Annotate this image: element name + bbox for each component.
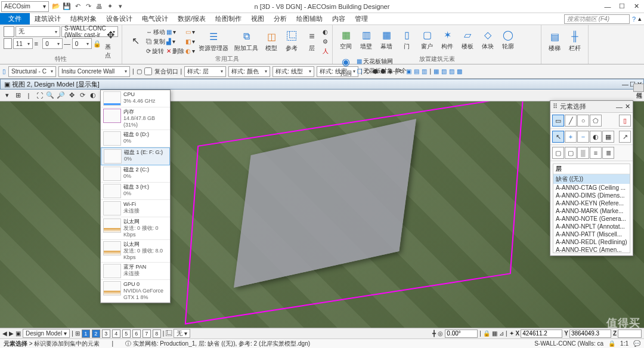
redo-icon[interactable]: ↷ <box>83 2 93 11</box>
ceiling-obj-button[interactable]: ▢天花板对象-单个 <box>357 66 407 75</box>
vt-a[interactable]: ◐ <box>88 91 98 100</box>
view-5[interactable]: 5 <box>122 329 131 338</box>
tab-analyze[interactable]: 分析 <box>269 13 292 24</box>
model-combo[interactable]: Design Model▾ <box>23 329 70 338</box>
view-4[interactable]: 4 <box>112 329 120 338</box>
cube1-icon[interactable]: ▣ <box>406 68 411 75</box>
layer-row[interactable]: A-ANNO-REDL (Redlining) <box>553 238 630 246</box>
cube5-icon[interactable]: ▧ <box>441 68 447 75</box>
cube6-icon[interactable]: ▨ <box>449 68 454 75</box>
lineweight-combo[interactable]: 11▾ <box>13 38 33 49</box>
sel-rect-icon[interactable]: ▭ <box>552 115 564 127</box>
copy-button[interactable]: ⿻复制 <box>146 37 165 46</box>
curtain-button[interactable]: ▦幕墙 <box>377 26 396 52</box>
perf-item[interactable]: 内存14.8/47.8 GB (31%) <box>101 107 170 130</box>
attach-button[interactable]: ⧉附加工具 <box>232 26 261 56</box>
perf-item[interactable]: 以太网发送: 0 接收: 0 Kbps <box>101 217 170 240</box>
opt-sq[interactable]: ▢ <box>137 68 142 75</box>
tab-elec[interactable]: 电气设计 <box>137 13 173 24</box>
cube4-icon[interactable]: ▦ <box>434 68 439 75</box>
view-6[interactable]: 6 <box>132 329 141 338</box>
status-msg-icon[interactable]: 💬 <box>633 340 640 347</box>
mode-sub-icon[interactable]: − <box>577 131 589 143</box>
pin-icon[interactable]: — <box>616 103 623 110</box>
filter2-icon[interactable]: ▢ <box>565 147 577 159</box>
explorer-button[interactable]: ☰资源管理器 <box>196 26 231 56</box>
stairs-button[interactable]: ▤楼梯 <box>545 26 564 56</box>
lock1-icon[interactable]: 🔒 <box>483 330 490 337</box>
body-button[interactable]: ◇体块 <box>478 26 497 52</box>
style-level[interactable]: 样式: 层▾ <box>184 66 226 77</box>
undo-icon[interactable]: ↶ <box>73 2 82 11</box>
perf-item[interactable]: Wi-Fi未连接 <box>101 200 170 217</box>
rotate-view-icon[interactable]: ⟳ <box>78 91 87 100</box>
view-7[interactable]: 7 <box>143 329 151 338</box>
z-field[interactable] <box>618 329 642 338</box>
filter5-icon[interactable]: ≣ <box>602 147 614 159</box>
style-ltype[interactable]: 样式: 线型▾ <box>273 66 314 77</box>
level-button[interactable]: ≡层 <box>302 26 321 56</box>
perf-item[interactable]: 磁盘 0 (D:)0% <box>101 130 170 147</box>
view-min[interactable]: — <box>622 81 628 88</box>
tab-struct[interactable]: 结构对象 <box>66 13 101 24</box>
space-button[interactable]: ▦空间 <box>336 26 355 52</box>
snap1-icon[interactable]: ╋ <box>432 330 436 337</box>
sb-views-icon[interactable]: ⊞ <box>75 330 80 337</box>
xyz-icon[interactable]: ✦ <box>509 330 514 337</box>
move-button[interactable]: ↔移动 <box>146 27 165 36</box>
help-icon[interactable]: ? <box>632 16 636 23</box>
view-8[interactable]: 8 <box>153 329 161 338</box>
array-button[interactable]: ▦▾ <box>166 27 184 36</box>
rotate-button[interactable]: ⟳旋转 <box>146 47 165 56</box>
tab-manage[interactable]: 管理 <box>350 13 373 24</box>
zoom-fit-icon[interactable]: ⛶ <box>35 91 44 100</box>
view-2[interactable]: 2 <box>92 329 100 338</box>
filter3-icon[interactable]: ▒ <box>577 147 589 159</box>
perf-item[interactable]: 磁盘 1 (E: F: G:)0% <box>101 147 170 165</box>
zoom-in-icon[interactable]: 🔍 <box>45 91 55 100</box>
tab-view[interactable]: 视图 <box>246 13 269 24</box>
cube7-icon[interactable]: ▩ <box>457 68 462 75</box>
sel-line-icon[interactable]: ╱ <box>565 115 577 127</box>
color-swatch[interactable] <box>4 38 12 49</box>
sel-poly-icon[interactable]: ⬠ <box>590 115 602 127</box>
mode-all-icon[interactable]: ▦ <box>602 131 614 143</box>
zoom-out-icon[interactable]: 🔎 <box>56 91 66 100</box>
sb-nav-back[interactable]: ◀ <box>2 330 7 337</box>
layer-row[interactable]: A-ANNO-CTAG (Ceiling ... <box>553 184 630 192</box>
window-button[interactable]: ▢窗户 <box>417 26 436 52</box>
door-button[interactable]: ▯门 <box>397 26 416 52</box>
cube2-icon[interactable]: ▤ <box>414 68 419 75</box>
p2[interactable]: ⚙ <box>323 37 329 46</box>
style-color[interactable]: 样式: 颜色▾ <box>228 66 270 77</box>
minimize-button[interactable]: — <box>601 2 614 11</box>
perf-item[interactable]: 以太网发送: 0 接收: 8.0 Kbps <box>101 240 170 263</box>
filter4-icon[interactable]: ≡ <box>590 147 602 159</box>
cube3-icon[interactable]: ▥ <box>422 68 427 75</box>
close-button[interactable]: ✕ <box>630 2 643 11</box>
lock-icon[interactable]: 🔒 <box>93 40 101 48</box>
layer-row[interactable]: A-ANNO-DIMS (Dimens... <box>553 192 630 199</box>
perf-item[interactable]: 蓝牙 PAN未连接 <box>101 263 170 280</box>
selection-tool[interactable]: ↖ <box>126 26 145 56</box>
perf-item[interactable]: 磁盘 3 (H:)0% <box>101 183 170 200</box>
maximize-button[interactable]: ☐ <box>615 2 628 11</box>
layer-list[interactable]: 层缺省 ((无))A-ANNO-CTAG (Ceiling ...A-ANNO-… <box>553 164 630 253</box>
snap2-icon[interactable]: ◎ <box>438 330 443 337</box>
rail-button[interactable]: ╫栏杆 <box>565 26 584 56</box>
layer-row[interactable]: A-ANNO-NPLT (Annotat... <box>553 223 630 230</box>
pan-icon[interactable]: ✥ <box>67 91 76 100</box>
print-icon[interactable]: 🖶 <box>94 2 104 11</box>
linestyle-combo[interactable]: 0▾ <box>42 38 63 49</box>
p3[interactable]: 人 <box>323 47 329 56</box>
element-selection-panel[interactable]: ⠿元素选择—✕ ▭ ╱ ○ ⬠ ▯ ↖ + − ◐ ▦ ↗ ▢ ▢ ▒ ≡ ≣ … <box>550 100 633 256</box>
vt1[interactable]: ▾ <box>2 91 12 100</box>
floor-button[interactable]: ▱楼板 <box>458 26 477 52</box>
mod2-button[interactable]: ◧▾ <box>185 37 195 46</box>
grid-icon[interactable]: ▦ <box>492 330 497 337</box>
panel-close-icon[interactable]: ✕ <box>625 103 630 110</box>
sb-ref-icon[interactable]: ⿺ <box>166 330 172 337</box>
opt-icon[interactable]: ▯ <box>2 68 6 75</box>
component-button[interactable]: ✶构件 <box>438 26 457 52</box>
wall-button[interactable]: ▥墙壁 <box>357 26 376 52</box>
